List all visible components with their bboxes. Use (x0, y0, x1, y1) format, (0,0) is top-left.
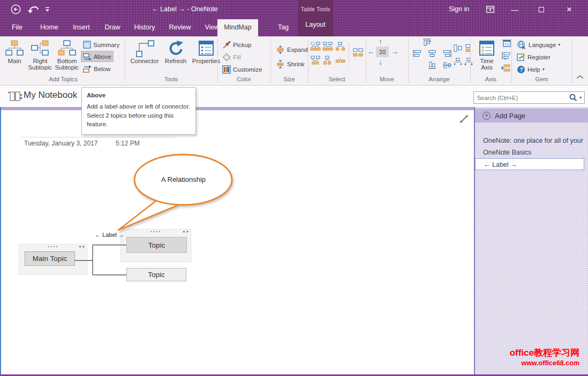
connector-button-label: Connector (130, 58, 159, 64)
axis-new-timeline-icon[interactable] (501, 39, 511, 48)
select-all-topics-icon[interactable] (310, 42, 321, 51)
above-button-label: Above (94, 53, 111, 60)
tab-file[interactable]: File (7, 19, 27, 36)
page-tab-onenote-basics[interactable]: OneNote Basics (475, 147, 588, 158)
connector-label[interactable]: ← Label → (95, 232, 124, 238)
axis-align-icon[interactable] (501, 51, 511, 60)
main-topic-node[interactable]: Main Topic (25, 251, 75, 266)
arrange-balance-map-icon[interactable] (453, 58, 463, 67)
register-button[interactable]: Register (515, 51, 552, 63)
sign-in-button[interactable]: Sign in (449, 5, 469, 13)
page-tab-label-selected[interactable]: ← Label → (475, 158, 584, 170)
group-label-select: Select (308, 76, 366, 82)
full-page-view-icon[interactable] (459, 114, 469, 124)
notebook-name[interactable]: My Notebook (24, 90, 77, 101)
drag-handle-dots-icon[interactable]: ···· (19, 243, 87, 250)
arrange-align-left-icon[interactable] (412, 49, 422, 58)
page-tab-onenote-intro[interactable]: OneNote: one place for all of your (475, 135, 588, 147)
speech-bubble-text[interactable]: A Relationship (150, 175, 217, 183)
watermark-site-name: office教程学习网 (510, 347, 579, 359)
select-level-icon[interactable] (322, 56, 333, 65)
arrange-same-height-icon[interactable] (464, 44, 472, 52)
move-right-button[interactable]: → (391, 47, 398, 56)
search-icon[interactable] (569, 94, 577, 102)
below-icon (83, 65, 92, 73)
arrange-align-middle-icon[interactable] (442, 61, 452, 70)
arrange-compact-map-icon[interactable] (464, 58, 473, 67)
collapse-ribbon-icon[interactable] (576, 75, 584, 79)
arrange-align-top-icon[interactable] (422, 38, 432, 47)
move-step-value[interactable]: 10 (376, 47, 389, 57)
arrange-align-right-icon[interactable] (442, 49, 452, 58)
tab-review[interactable]: Review (166, 19, 194, 36)
arrange-align-center-icon[interactable] (427, 49, 437, 58)
onenote-window: ← Label → - OneNote Table Tools Layout S… (0, 0, 588, 376)
right-subtopic-button[interactable]: Right Subtopic (27, 39, 54, 75)
properties-button[interactable]: Properties (189, 39, 224, 75)
tab-history[interactable]: History (131, 19, 159, 36)
right-subtopic-button-label: Right Subtopic (27, 58, 54, 71)
language-button[interactable]: A Language ▾ (515, 39, 562, 50)
select-siblings-icon[interactable] (322, 42, 333, 51)
arrange-same-width-icon[interactable] (453, 44, 463, 52)
move-up-button[interactable]: ↑ (379, 37, 382, 46)
tab-mindmap[interactable]: MindMap (217, 19, 258, 36)
page-list-sidebar: + Add Page OneNote: one place for all of… (474, 107, 588, 376)
help-button-label: Help (527, 66, 540, 73)
tab-tag[interactable]: Tag (273, 19, 293, 36)
move-left-button[interactable]: ← (367, 47, 375, 56)
tooltip-body: Add a label above or left of connector. … (87, 102, 192, 129)
back-icon[interactable] (11, 4, 21, 14)
search-input[interactable] (474, 95, 569, 101)
tab-home[interactable]: Home (36, 19, 62, 36)
search-scope-caret-icon[interactable]: ▾ (579, 95, 582, 100)
tab-layout[interactable]: Layout (298, 21, 333, 28)
fill-button[interactable]: Fill (221, 51, 243, 63)
select-pair-icon[interactable] (352, 48, 364, 58)
below-button[interactable]: Below (81, 63, 112, 74)
topic1-node[interactable]: Topic (126, 237, 187, 253)
connector-button[interactable]: Connector (127, 39, 162, 75)
expand-button[interactable]: Expand (274, 44, 310, 55)
move-down-button[interactable]: ↓ (379, 58, 382, 66)
fill-bucket-icon (222, 53, 231, 62)
refresh-button[interactable]: Refresh (163, 39, 189, 75)
select-inner-divider (349, 43, 349, 66)
customize-button-label: Customize (233, 66, 262, 73)
undo-icon[interactable] (28, 5, 39, 14)
search-box[interactable]: ▾ (473, 91, 585, 104)
minimize-button[interactable]: — (506, 3, 524, 16)
summary-button-label: Summary (93, 42, 119, 48)
bottom-subtopic-button[interactable]: Bottom Subtopic (54, 39, 80, 75)
shrink-button[interactable]: Shrink (274, 58, 306, 70)
select-children-icon[interactable] (310, 56, 321, 65)
collapse-expand-arrows-icon[interactable]: ◂ ▸ (183, 229, 189, 234)
select-branch-icon[interactable] (335, 42, 346, 51)
ribbon-display-options-icon[interactable] (486, 6, 494, 13)
close-button[interactable]: × (560, 3, 578, 16)
axis-add-bar-icon[interactable] (501, 64, 511, 72)
customize-button[interactable]: Customize (221, 64, 263, 75)
quick-access-toolbar-caret-icon[interactable] (45, 7, 50, 12)
time-axis-button[interactable]: Time Axis (473, 39, 500, 75)
select-topic-icon[interactable] (335, 56, 346, 65)
ribbon-divider (572, 39, 572, 82)
right-subtopic-icon (31, 39, 49, 58)
arrange-align-bottom-icon[interactable] (427, 61, 437, 70)
pickup-button[interactable]: Pickup (221, 39, 253, 50)
maximize-button[interactable] (532, 3, 551, 16)
register-button-label: Register (527, 54, 551, 60)
group-label-gem: Gem (511, 76, 572, 82)
help-button[interactable]: ? Help ▾ (515, 64, 546, 75)
summary-button[interactable]: Summary (81, 39, 121, 50)
drag-handle-dots-icon[interactable]: ···· (121, 228, 191, 235)
letter-a-glyph: A (522, 44, 526, 49)
tab-draw[interactable]: Draw (101, 19, 124, 36)
tab-insert[interactable]: Insert (69, 19, 94, 36)
add-page-button[interactable]: + Add Page (475, 109, 588, 122)
topic2-node[interactable]: Topic (126, 268, 186, 281)
collapse-expand-arrows-icon[interactable]: ◂ ▸ (79, 244, 85, 249)
above-button[interactable]: Above (81, 51, 114, 62)
main-button[interactable]: Main (3, 39, 26, 75)
page-canvas[interactable] (0, 110, 474, 374)
